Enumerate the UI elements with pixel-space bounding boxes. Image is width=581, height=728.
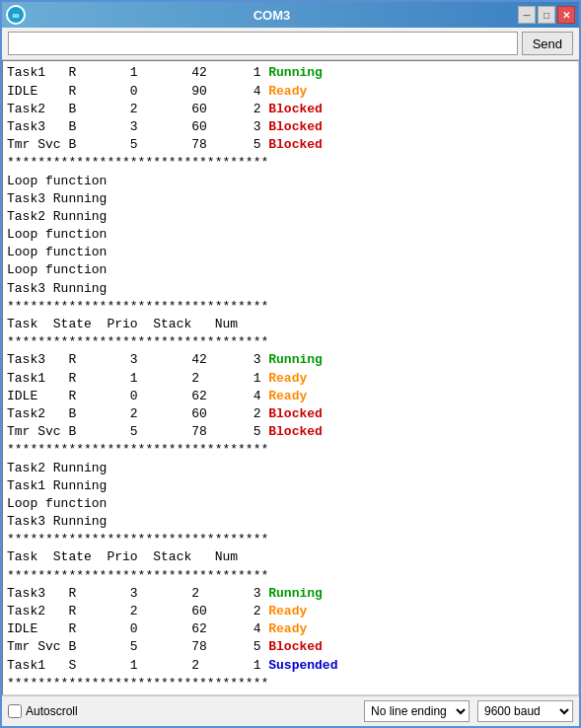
console-line: Task3 R 3 2 3 Running [7, 585, 574, 603]
send-input[interactable] [8, 32, 518, 55]
line-text: Task3 B 3 60 3 [7, 119, 268, 134]
send-button[interactable]: Send [522, 32, 573, 55]
footer: Autoscroll No line ending Newline Carria… [2, 695, 579, 726]
console-line: Task3 B 3 60 3 Blocked [7, 118, 574, 136]
status-badge: Blocked [268, 639, 323, 654]
line-text: Task3 R 3 2 3 [7, 586, 268, 601]
autoscroll-checkbox[interactable] [8, 704, 22, 718]
line-text: Task1 R 1 42 1 [7, 65, 268, 80]
status-badge: Running [268, 65, 323, 80]
console-line: Task State Prio Stack Num [7, 316, 574, 333]
status-badge: Blocked [268, 137, 323, 152]
toolbar: Send [2, 28, 579, 60]
line-text: IDLE R 0 90 4 [7, 84, 268, 99]
line-text: Task2 R 2 60 2 [7, 604, 268, 619]
console-line: ********************************** [7, 675, 574, 692]
line-ending-select[interactable]: No line ending Newline Carriage return B… [364, 700, 470, 722]
title-bar: ∞ COM3 ─ □ ✕ [2, 2, 579, 28]
console-line: Task1 Running [7, 477, 574, 495]
title-bar-left: ∞ [6, 5, 26, 25]
window-title: COM3 [26, 8, 518, 23]
line-text: Tmr Svc B 5 78 5 [7, 424, 268, 439]
console-line: Task2 B 2 60 2 Blocked [7, 101, 574, 118]
status-badge: Blocked [268, 102, 323, 116]
baud-rate-select[interactable]: 300 baud 1200 baud 2400 baud 4800 baud 9… [477, 700, 573, 722]
console-line: Task3 Running [7, 280, 574, 298]
console-line: IDLE R 0 90 4 Ready [7, 83, 574, 101]
status-badge: Blocked [268, 119, 323, 134]
console-line: Task3 Running [7, 190, 574, 208]
console-line: Task3 Running [7, 513, 574, 531]
line-text: Task2 B 2 60 2 [7, 406, 268, 421]
console-line: Task2 R 2 60 2 Ready [7, 603, 574, 620]
autoscroll-label: Autoscroll [8, 704, 78, 718]
console-line: ********************************** [7, 333, 574, 351]
console-line: ********************************** [7, 441, 574, 459]
console-line: Task1 S 1 2 1 Suspended [7, 657, 574, 675]
status-badge: Running [268, 352, 323, 367]
status-badge: Ready [268, 389, 307, 403]
arduino-logo: ∞ [6, 5, 26, 25]
status-badge: Blocked [268, 424, 323, 439]
minimize-button[interactable]: ─ [518, 6, 536, 24]
autoscroll-text: Autoscroll [26, 704, 78, 718]
console-line: IDLE R 0 62 4 Ready [7, 620, 574, 638]
console-line: Task State Prio Stack Num [7, 548, 574, 566]
console-line: ********************************** [7, 531, 574, 548]
console-output[interactable]: Task State Prio Stack Num***************… [2, 60, 579, 695]
console-line: Loop function [7, 226, 574, 244]
line-text: IDLE R 0 62 4 [7, 389, 268, 403]
console-line: Task2 Running [7, 208, 574, 226]
console-line: Task1 R 1 42 1 Running [7, 64, 574, 82]
line-text: Task1 S 1 2 1 [7, 658, 268, 673]
console-line: Task2 B 2 60 2 Blocked [7, 405, 574, 423]
status-badge: Blocked [268, 406, 323, 421]
console-line: Loop function [7, 173, 574, 190]
status-badge: Ready [268, 371, 307, 386]
main-window: ∞ COM3 ─ □ ✕ Send Task State Prio Stack … [0, 0, 581, 728]
maximize-button[interactable]: □ [538, 6, 555, 24]
line-text: Task2 B 2 60 2 [7, 102, 268, 116]
console-line: Tmr Svc B 5 78 5 Blocked [7, 638, 574, 656]
status-badge: Ready [268, 621, 307, 636]
status-badge: Running [268, 586, 323, 601]
status-badge: Ready [268, 84, 307, 99]
console-line: Loop function [7, 495, 574, 513]
console-line: IDLE R 0 62 4 Ready [7, 388, 574, 405]
line-text: Tmr Svc B 5 78 5 [7, 137, 268, 152]
console-line: Task2 Running [7, 460, 574, 477]
logo-text: ∞ [12, 10, 19, 21]
console-line: Tmr Svc B 5 78 5 Blocked [7, 136, 574, 154]
line-text: Task1 R 1 2 1 [7, 371, 268, 386]
line-text: IDLE R 0 62 4 [7, 621, 268, 636]
console-line: Loop function [7, 244, 574, 261]
line-text: Task3 R 3 42 3 [7, 352, 268, 367]
status-badge: Suspended [268, 658, 337, 673]
console-line: ********************************** [7, 567, 574, 585]
console-line: Loop function [7, 261, 574, 279]
window-controls: ─ □ ✕ [518, 6, 575, 24]
console-line: ********************************** [7, 154, 574, 172]
status-badge: Ready [268, 604, 307, 619]
console-line: Task3 R 3 42 3 Running [7, 351, 574, 369]
console-line: Task1 R 1 2 1 Ready [7, 370, 574, 388]
console-line: Tmr Svc B 5 78 5 Blocked [7, 423, 574, 441]
close-button[interactable]: ✕ [557, 6, 575, 24]
line-text: Tmr Svc B 5 78 5 [7, 639, 268, 654]
console-line: ********************************** [7, 298, 574, 316]
